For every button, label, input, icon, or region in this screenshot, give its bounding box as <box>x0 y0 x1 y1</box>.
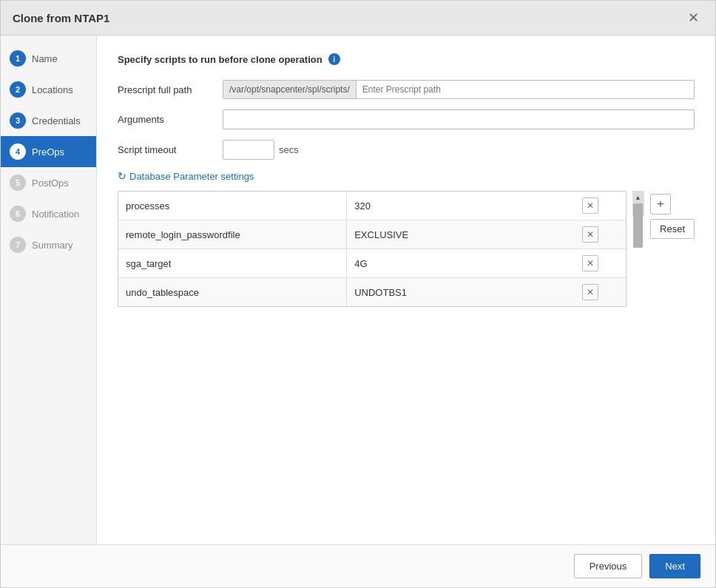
step-circle-2: 2 <box>10 81 26 98</box>
param-key-cell: remote_login_passwordfile <box>118 220 347 249</box>
sidebar-label-postops: PostOps <box>32 178 69 189</box>
param-action-cell: ✕ <box>575 278 626 307</box>
sidebar-label-locations: Locations <box>32 84 73 95</box>
remove-param-button[interactable]: ✕ <box>582 284 598 300</box>
prescript-prefix: /var/opt/snapcenter/spl/scripts/ <box>223 81 357 98</box>
step-circle-5: 5 <box>10 175 26 191</box>
close-button[interactable]: ✕ <box>683 8 703 27</box>
modal-body: 1 Name 2 Locations 3 Credentials 4 PreOp… <box>1 36 715 544</box>
remove-param-button[interactable]: ✕ <box>582 255 598 271</box>
prescript-path-container: /var/opt/snapcenter/spl/scripts/ <box>223 80 695 99</box>
timeout-container: 60 secs <box>223 140 299 160</box>
sidebar-label-notification: Notification <box>32 209 79 220</box>
param-key-cell: processes <box>118 192 347 220</box>
arguments-input[interactable] <box>223 109 695 129</box>
scroll-up-button[interactable]: ▲ <box>632 192 644 203</box>
timeout-input[interactable]: 60 <box>223 140 274 160</box>
param-key-cell: undo_tablespace <box>118 278 347 307</box>
sidebar-item-postops[interactable]: 5 PostOps <box>1 167 96 198</box>
arguments-label: Arguments <box>118 114 214 125</box>
scrollbar-thumb <box>633 203 643 248</box>
table-row: remote_login_passwordfile EXCLUSIVE ✕ <box>118 220 626 249</box>
param-key-cell: sga_target <box>118 249 347 278</box>
table-actions: + Reset <box>650 191 695 239</box>
param-action-cell: ✕ <box>575 220 626 249</box>
info-icon[interactable]: i <box>328 53 340 65</box>
param-value-cell: EXCLUSIVE <box>347 220 575 249</box>
table-row: sga_target 4G ✕ <box>118 249 626 278</box>
sidebar: 1 Name 2 Locations 3 Credentials 4 PreOp… <box>1 36 97 544</box>
modal: Clone from NTAP1 ✕ 1 Name 2 Locations 3 … <box>0 0 716 588</box>
modal-title: Clone from NTAP1 <box>13 12 109 24</box>
step-circle-7: 7 <box>10 237 26 253</box>
sidebar-label-preops: PreOps <box>32 146 64 158</box>
param-action-cell: ✕ <box>575 249 626 278</box>
step-circle-1: 1 <box>10 50 26 67</box>
sidebar-item-notification[interactable]: 6 Notification <box>1 198 96 229</box>
prescript-label: Prescript full path <box>118 84 214 95</box>
script-timeout-row: Script timeout 60 secs <box>118 140 695 160</box>
section-title: Specify scripts to run before clone oper… <box>118 53 695 65</box>
param-table-wrapper: processes 320 ✕ remote_login_passwordfil… <box>118 191 626 307</box>
sidebar-label-summary: Summary <box>32 240 73 251</box>
prescript-input[interactable] <box>357 81 694 98</box>
step-circle-4: 4 <box>10 143 26 160</box>
param-value-cell: 4G <box>347 249 575 278</box>
step-circle-6: 6 <box>10 206 26 222</box>
param-table: processes 320 ✕ remote_login_passwordfil… <box>118 192 626 306</box>
db-param-label: Database Parameter settings <box>129 171 254 182</box>
remove-param-button[interactable]: ✕ <box>582 197 598 214</box>
content-area: Specify scripts to run before clone oper… <box>97 36 715 544</box>
modal-header: Clone from NTAP1 ✕ <box>1 1 715 36</box>
sidebar-label-name: Name <box>32 53 58 64</box>
scrollbar: ▲ ▼ <box>632 191 644 216</box>
arguments-row: Arguments <box>118 109 695 129</box>
reset-button[interactable]: Reset <box>650 219 695 239</box>
db-param-link[interactable]: ↻ Database Parameter settings <box>118 170 695 182</box>
refresh-icon: ↻ <box>118 170 126 182</box>
remove-param-button[interactable]: ✕ <box>582 226 598 243</box>
table-row: undo_tablespace UNDOTBS1 ✕ <box>118 278 626 307</box>
sidebar-label-credentials: Credentials <box>32 115 81 126</box>
step-circle-3: 3 <box>10 112 26 129</box>
sidebar-item-name[interactable]: 1 Name <box>1 43 96 74</box>
sidebar-item-preops[interactable]: 4 PreOps <box>1 136 96 167</box>
sidebar-item-summary[interactable]: 7 Summary <box>1 229 96 260</box>
prescript-path-row: Prescript full path /var/opt/snapcenter/… <box>118 80 695 99</box>
table-row: processes 320 ✕ <box>118 192 626 220</box>
param-value-cell: 320 <box>347 192 575 220</box>
previous-button[interactable]: Previous <box>574 554 643 578</box>
secs-label: secs <box>279 144 299 155</box>
next-button[interactable]: Next <box>649 554 700 578</box>
modal-footer: Previous Next <box>1 544 715 587</box>
param-table-container: processes 320 ✕ remote_login_passwordfil… <box>118 191 695 307</box>
param-value-cell: UNDOTBS1 <box>347 278 575 307</box>
script-timeout-label: Script timeout <box>118 144 214 155</box>
add-param-button[interactable]: + <box>650 194 671 214</box>
param-action-cell: ✕ <box>575 192 626 220</box>
sidebar-item-locations[interactable]: 2 Locations <box>1 74 96 105</box>
sidebar-item-credentials[interactable]: 3 Credentials <box>1 105 96 136</box>
